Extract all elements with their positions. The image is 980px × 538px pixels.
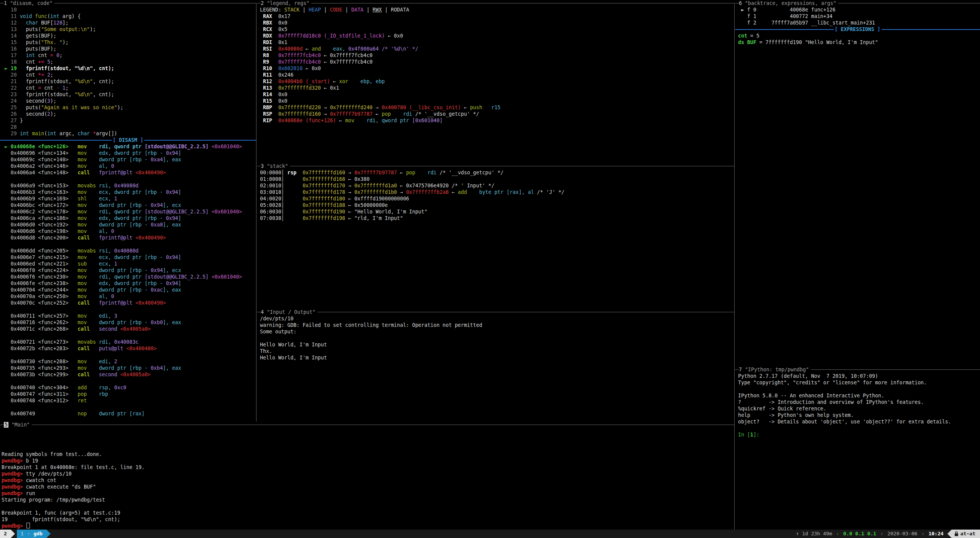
text-cursor bbox=[26, 523, 30, 528]
terminal-line: 04:0020│ 0x7fffffffd180 ← 0xffffd1900000… bbox=[260, 195, 409, 202]
terminal-line: 21 fprintf(stdout, "%d\n", cnt); bbox=[2, 78, 114, 85]
terminal-line: object? -> Details about 'object', use '… bbox=[738, 418, 951, 425]
window-name: gdb bbox=[33, 530, 42, 538]
powerline-arrow-icon bbox=[11, 530, 15, 538]
powerline-arrow-icon bbox=[46, 530, 51, 538]
terminal-line: ? -> Introduction and overview of IPytho… bbox=[738, 399, 924, 405]
terminal-line: 17 int cnt = 0; bbox=[2, 52, 62, 59]
pane-stack[interactable]: 3 "stack"00:0000│ rsp 0x7fffffffd160 → 0… bbox=[257, 163, 734, 309]
terminal-line: pwndbg> tty /dev/pts/10 bbox=[2, 471, 72, 477]
terminal-line: Reading symbols from test...done. bbox=[2, 451, 102, 458]
terminal-line: RSI 0x40080d ← and eax, 0x4f000a64 /* '%… bbox=[260, 46, 418, 52]
terminal-line: help -> Python's own help system. bbox=[738, 412, 854, 418]
terminal-line: R15 0x0 bbox=[260, 98, 287, 104]
terminal-line: RSP 0x7fffffffd160 → 0x7ffff7b97787 ← po… bbox=[260, 111, 479, 117]
tmux-window-tab-gdb[interactable]: 1 › gdb bbox=[17, 530, 46, 538]
terminal-line: 0x4006a4 <func+148> call fprintf@plt <0x… bbox=[2, 169, 166, 176]
terminal-line: cnt = 5 bbox=[738, 33, 760, 39]
pane-input-output[interactable]: 4 "Input / Output"/dev/pts/10warning: GD… bbox=[257, 309, 734, 422]
terminal-line: 0x4006bc <func+172> mov dword ptr [rbp -… bbox=[2, 202, 181, 208]
status-date: 2020-03-06 bbox=[887, 530, 917, 538]
terminal-line: Hello World, I'm Input bbox=[260, 354, 327, 361]
terminal-line: Hello World, I'm Input bbox=[260, 341, 327, 348]
pane-backtrace-expressions-args[interactable]: 6 "backtrace, expressions, args" ► f 0 4… bbox=[735, 0, 980, 366]
terminal-line: 0x40070a <func+250> mov al, 0 bbox=[2, 293, 114, 300]
status-bar-right: ↑ 1d 23h 49m ‹ 0.0 0.1 0.1 ‹ 2020-03-06 … bbox=[796, 530, 980, 538]
pane-main[interactable]: 5 "Main"Reading symbols from test...done… bbox=[0, 422, 734, 530]
terminal-line: RBP 0x7fffffffd220 → 0x7fffffffd240 → 0x… bbox=[260, 104, 500, 111]
terminal-line: 16 puts(BUF); bbox=[2, 46, 56, 52]
terminal-line: In [1]: bbox=[738, 431, 763, 438]
terminal-line: Some output: bbox=[260, 328, 296, 335]
terminal-line: RBX 0x0 bbox=[260, 20, 287, 26]
terminal-line: 0x400747 <func+311> pop rbp bbox=[2, 391, 108, 397]
pane-ipython[interactable]: 7 "IPython: tmp/pwndbg"Python 2.7.17 (de… bbox=[735, 366, 980, 530]
tmux-session-badge[interactable]: 2 bbox=[0, 530, 11, 538]
terminal-line: 15 puts("Thx. "); bbox=[2, 39, 69, 46]
pane-border-title: 5 "Main" bbox=[0, 422, 734, 428]
section-divider: [ DISASM ] bbox=[0, 137, 256, 143]
terminal-line: 0x4006f0 <func+224> mov dword ptr [rbp -… bbox=[2, 267, 181, 274]
terminal-line: 22 cnt = cnt - 1; bbox=[2, 85, 69, 91]
terminal-line: 03:0018│ 0x7fffffffd178 → 0x7fffffffd1b0… bbox=[260, 189, 564, 195]
load-average: 0.0 0.1 0.1 bbox=[843, 530, 876, 538]
terminal-line: Breakpoint 1, func (arg=5) at test.c:19 bbox=[2, 510, 120, 516]
terminal-line: 0x400730 <func+288> mov edi, 2 bbox=[2, 358, 117, 365]
terminal-line: Starting program: /tmp/pwndbg/test bbox=[2, 497, 105, 503]
status-clock: 10:24 bbox=[929, 530, 944, 538]
terminal-line: 20 cnt *= 2; bbox=[2, 72, 53, 78]
pane-border-title: 4 "Input / Output" bbox=[257, 309, 734, 315]
terminal-line: 0x4006ca <func+186> mov edx, dword ptr [… bbox=[2, 215, 181, 221]
terminal-line: 0x4006f6 <func+230> mov rdi, qword ptr [… bbox=[2, 274, 242, 280]
uptime-value: 1d 23h 49m bbox=[802, 530, 832, 538]
powerline-arrow-icon bbox=[947, 530, 952, 538]
terminal-line: 0x400704 <func+244> mov dword ptr [rbp -… bbox=[2, 287, 181, 293]
terminal-line: 25 puts("Again as it was so nice"); bbox=[2, 104, 123, 111]
terminal-line: 0x4006dd <func+205> movabs rsi, 0x40080d bbox=[2, 248, 138, 254]
terminal-line: 14 gets(BUF); bbox=[2, 33, 56, 39]
terminal-line: RAX 0x17 bbox=[260, 13, 290, 20]
section-divider: [ EXPRESSIONS ] bbox=[735, 26, 980, 33]
terminal-line: 0x40072b <func+283> call puts@plt <0x400… bbox=[2, 345, 157, 352]
terminal-line: IPython 5.8.0 -- An enhanced Interactive… bbox=[738, 392, 884, 399]
terminal-line: 0x400696 <func+134> mov edx, dword ptr [… bbox=[2, 150, 181, 156]
chevron-left-icon: ‹ bbox=[880, 530, 883, 538]
terminal-line: 11 void func(int arg) { bbox=[2, 13, 81, 20]
pane-border-title: 1 "disasm, code" bbox=[0, 0, 256, 7]
terminal-line: 05:0028│ 0x7fffffffd188 ← 0x50000000e bbox=[260, 202, 388, 208]
terminal-line: 0x4006ed <func+221> sub ecx, 1 bbox=[2, 261, 117, 267]
chevron-left-icon: ‹ bbox=[836, 530, 839, 538]
terminal-line: 26 second(2); bbox=[2, 111, 56, 117]
terminal-line: RDX 0x7ffff7dd18c0 (_IO_stdfile_1_lock) … bbox=[260, 33, 403, 39]
terminal-line: f 1 400772 main+34 bbox=[738, 13, 832, 20]
terminal-line: ► 19 fprintf(stdout, "%d\n", cnt); bbox=[2, 65, 114, 72]
pane-divider bbox=[256, 3, 257, 422]
terminal-line: 0x4006b9 <func+169> shl ecx, 1 bbox=[2, 195, 117, 202]
terminal-line: %quickref -> Quick reference. bbox=[738, 405, 826, 412]
terminal-line: R13 0x7fffffffd320 ← 0x1 bbox=[260, 85, 339, 91]
terminal-line: pwndbg> run bbox=[2, 490, 35, 497]
terminal-line: pwndbg> cwatch cnt bbox=[2, 477, 56, 484]
pane-legend-regs[interactable]: 2 "legend, regs"LEGEND: STACK | HEAP | C… bbox=[257, 0, 734, 163]
terminal-line: 12 char BUF[128]; bbox=[2, 20, 69, 26]
pane-border-title: 3 "stack" bbox=[257, 163, 734, 169]
pane-divider bbox=[734, 3, 735, 530]
terminal-line: pwndbg> cwatch execute "ds BUF" bbox=[2, 484, 96, 490]
terminal-line: 0x40069c <func+140> mov dword ptr [rbp -… bbox=[2, 156, 181, 163]
chevron-right-icon: › bbox=[27, 530, 30, 538]
terminal-line: 0x4006fe <func+238> mov edx, dword ptr [… bbox=[2, 280, 181, 287]
terminal-line: 0x400740 <func+304> add rsp, 0xc0 bbox=[2, 384, 127, 391]
terminal-line: R8 0x7ffff7fcb4c0 ← 0x7ffff7fcb4c0 bbox=[260, 52, 373, 59]
terminal-line: /dev/pts/10 bbox=[260, 315, 293, 322]
terminal-line: 0x400721 <func+273> movabs rdi, 0x40083c bbox=[2, 339, 138, 345]
terminal-line: 0x40070c <func+252> call fprintf@plt <0x… bbox=[2, 300, 166, 306]
terminal-line: 0x4006a9 <func+153> movabs rsi, 0x40080d bbox=[2, 182, 138, 189]
terminal-line: 24 second(3); bbox=[2, 98, 56, 104]
terminal-line: 19 fprintf(stdout, "%d\n", cnt); bbox=[2, 516, 120, 523]
terminal-line: 01:0008│ 0x7fffffffd168 ← 0x380 bbox=[260, 176, 370, 182]
terminal-line: pwndbg> b 19 bbox=[2, 458, 38, 464]
terminal-line: 0x400748 <func+312> ret bbox=[2, 397, 99, 404]
terminal-line: warning: GDB: Failed to set controlling … bbox=[260, 322, 482, 328]
pane-disasm-code[interactable]: 1 "disasm, code" 10 11 void func(int arg… bbox=[0, 0, 256, 422]
terminal-line: Breakpoint 1 at 0x40068e: file test.c, l… bbox=[2, 464, 145, 471]
